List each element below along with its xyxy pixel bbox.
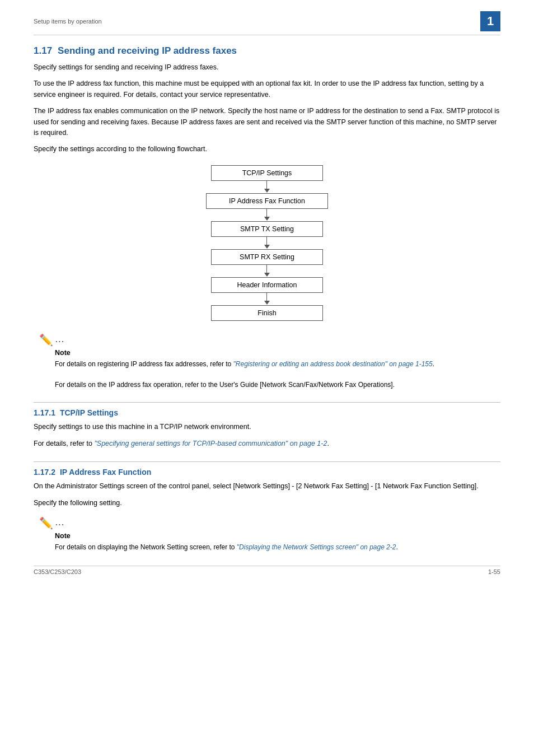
section-heading: 1.17 Sending and receiving IP address fa…	[34, 45, 500, 57]
note-section-2: ✏️ ... Note For details on displaying th…	[34, 516, 500, 553]
section-title: Sending and receiving IP address faxes	[58, 45, 237, 57]
flow-step-5: Header Information	[211, 277, 323, 293]
section-number: 1.17	[34, 45, 52, 57]
note-body-1: For details on registering IP address fa…	[39, 359, 500, 390]
intro-paragraph-2: To use the IP address fax function, this…	[34, 78, 500, 100]
subsection-heading-2: 1.17.2 IP Address Fax Function	[34, 461, 500, 477]
intro-paragraph-3: The IP address fax enables communication…	[34, 106, 500, 138]
flow-step-6: Finish	[211, 305, 323, 321]
subsection-heading-1: 1.17.1 TCP/IP Settings	[34, 402, 500, 417]
flow-arrow-2	[264, 209, 270, 221]
note-link-1[interactable]: "Registering or editing an address book …	[233, 360, 433, 368]
note-dots-1: ...	[55, 335, 65, 344]
sub2-note-link[interactable]: "Displaying the Network Settings screen"…	[237, 543, 396, 551]
sub1-link[interactable]: "Specifying general settings for TCP/IP-…	[94, 440, 327, 447]
subsection-number-1: 1.17.1	[34, 408, 55, 417]
note-body-2: For details on displaying the Network Se…	[39, 542, 500, 553]
flow-step-3: SMTP TX Setting	[211, 221, 323, 237]
page-number-badge: 1	[480, 11, 500, 31]
intro-paragraph-1: Specify settings for sending and receivi…	[34, 62, 500, 73]
note-pencil-icon-2: ✏️	[39, 516, 53, 530]
page-footer: C353/C253/C203 1-55	[34, 566, 500, 575]
subsection-title-1: TCP/IP Settings	[60, 408, 118, 417]
subsection-number-2: 1.17.2	[34, 468, 55, 477]
note-label-1: Note	[39, 349, 500, 357]
flowchart: TCP/IP Settings IP Address Fax Function …	[34, 165, 500, 321]
flow-arrow-5	[264, 293, 270, 305]
sub2-body2: Specify the following setting.	[34, 498, 500, 508]
subsection-1-17-2: 1.17.2 IP Address Fax Function On the Ad…	[34, 461, 500, 552]
footer-model: C353/C253/C203	[34, 568, 81, 575]
sub1-body1: Specify settings to use this machine in …	[34, 422, 500, 432]
subsection-title-2: IP Address Fax Function	[60, 468, 151, 477]
sub1-body2: For details, refer to "Specifying genera…	[34, 438, 500, 449]
flow-arrow-3	[264, 237, 270, 249]
flow-step-1: TCP/IP Settings	[211, 165, 323, 181]
note-label-2: Note	[39, 532, 500, 540]
note-section-1: ✏️ ... Note For details on registering I…	[34, 333, 500, 390]
note-pencil-icon: ✏️	[39, 333, 53, 347]
intro-paragraph-4: Specify the settings according to the fo…	[34, 144, 500, 155]
flow-arrow-4	[264, 265, 270, 277]
flow-step-4: SMTP RX Setting	[211, 249, 323, 265]
flow-arrow-1	[264, 181, 270, 193]
footer-page: 1-55	[488, 568, 500, 575]
note-icon-1: ✏️ ...	[39, 333, 500, 347]
sub2-body1: On the Administrator Settings screen of …	[34, 481, 500, 492]
note-icon-2: ✏️ ...	[39, 516, 500, 530]
subsection-1-17-1: 1.17.1 TCP/IP Settings Specify settings …	[34, 402, 500, 449]
top-bar: Setup items by operation 1	[34, 11, 500, 35]
breadcrumb: Setup items by operation	[34, 18, 102, 25]
flow-step-2: IP Address Fax Function	[206, 193, 328, 209]
note-dots-2: ...	[55, 519, 65, 527]
